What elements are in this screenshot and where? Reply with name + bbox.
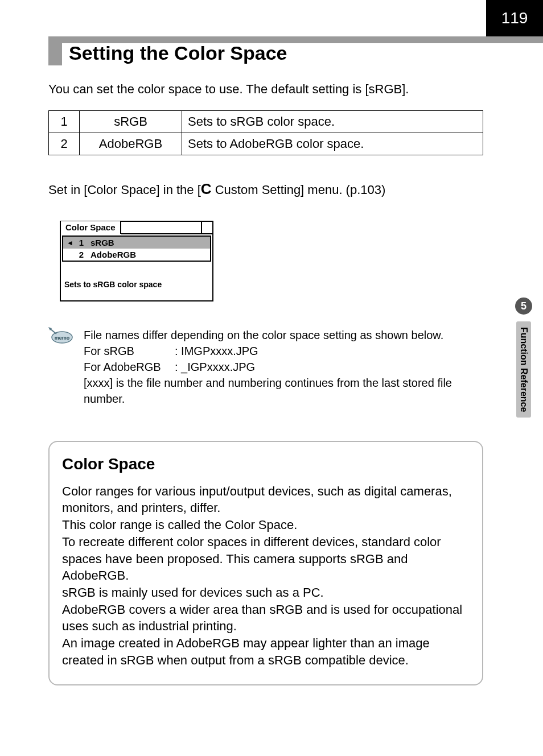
option-description: Sets to sRGB color space.: [182, 111, 483, 133]
section-title-row: Setting the Color Space: [48, 40, 495, 65]
chapter-number-badge: 5: [515, 298, 532, 315]
custom-setting-symbol: C: [201, 180, 212, 197]
options-table: 1 sRGB Sets to sRGB color space. 2 Adobe…: [48, 110, 483, 155]
svg-text:memo: memo: [55, 335, 70, 341]
menu-tab-separator: [201, 222, 212, 234]
memo-line-intro: File names differ depending on the color…: [84, 327, 483, 343]
menu-row-srgb: ◄ 1 sRGB: [63, 237, 210, 249]
info-paragraph: To recreate different color spaces in di…: [62, 534, 470, 584]
memo-adobe-line: For AdobeRGB : _IGPxxxx.JPG: [84, 359, 483, 375]
memo-adobe-label: For AdobeRGB: [84, 359, 175, 375]
menu-option-label: sRGB: [90, 238, 114, 247]
menu-tab-title: Color Space: [61, 221, 121, 234]
info-heading: Color Space: [62, 453, 470, 475]
setin-prefix: Set in [Color Space] in the [: [48, 183, 201, 197]
chapter-label: Function Reference: [516, 321, 531, 418]
info-paragraph: An image created in AdobeRGB may appear …: [62, 635, 470, 668]
memo-line-numbering: [xxxx] is the file number and numbering …: [84, 375, 483, 407]
menu-row-adobergb: 2 AdobeRGB: [63, 249, 210, 261]
memo-icon: memo: [48, 327, 73, 407]
info-box: Color Space Color ranges for various inp…: [48, 441, 483, 685]
page-number-tab: 119: [486, 0, 543, 36]
option-description: Sets to AdobeRGB color space.: [182, 133, 483, 155]
title-marker: [48, 40, 62, 65]
info-paragraph: AdobeRGB covers a wider area than sRGB a…: [62, 601, 470, 635]
table-row: 2 AdobeRGB Sets to AdobeRGB color space.: [49, 133, 483, 155]
page-number: 119: [501, 9, 528, 27]
memo-block: memo File names differ depending on the …: [48, 327, 483, 407]
menu-option-number: 2: [78, 250, 85, 259]
info-paragraph: Color ranges for various input/output de…: [62, 483, 470, 517]
left-arrow-icon: ◄: [67, 239, 72, 247]
memo-srgb-line: For sRGB : IMGPxxxx.JPG: [84, 343, 483, 359]
option-name: AdobeRGB: [80, 133, 182, 155]
side-tab: 5 Function Reference: [512, 298, 535, 418]
memo-text: File names differ depending on the color…: [84, 327, 483, 407]
section-title: Setting the Color Space: [69, 42, 287, 64]
menu-option-number: 1: [78, 238, 85, 247]
menu-options: ◄ 1 sRGB 2 AdobeRGB: [62, 236, 211, 262]
memo-adobe-value: : _IGPxxxx.JPG: [175, 359, 255, 375]
intro-paragraph: You can set the color space to use. The …: [48, 82, 483, 97]
menu-preview: Color Space ◄ 1 sRGB 2 AdobeRGB Sets to …: [60, 221, 213, 301]
menu-description: Sets to sRGB color space: [61, 263, 212, 300]
memo-srgb-label: For sRGB: [84, 343, 175, 359]
option-name: sRGB: [80, 111, 182, 133]
info-paragraph: sRGB is mainly used for devices such as …: [62, 584, 470, 601]
option-number: 2: [49, 133, 80, 155]
menu-tab-row: Color Space: [61, 222, 212, 234]
memo-srgb-value: : IMGPxxxx.JPG: [175, 343, 258, 359]
chapter-number: 5: [521, 300, 526, 312]
info-paragraph: This color range is called the Color Spa…: [62, 517, 470, 534]
menu-option-label: AdobeRGB: [90, 250, 136, 259]
option-number: 1: [49, 111, 80, 133]
table-row: 1 sRGB Sets to sRGB color space.: [49, 111, 483, 133]
set-in-instruction: Set in [Color Space] in the [C Custom Se…: [48, 180, 483, 198]
setin-suffix: Custom Setting] menu. (p.103): [212, 183, 386, 197]
menu-tab-blank: [121, 222, 201, 234]
menu-body: ◄ 1 sRGB 2 AdobeRGB Sets to sRGB color s…: [61, 236, 212, 300]
